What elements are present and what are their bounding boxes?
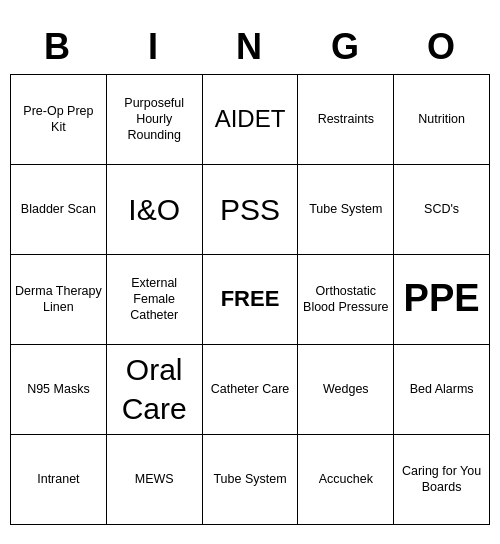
header-letter-O: O <box>394 20 490 74</box>
bingo-cell-16: Oral Care <box>107 345 203 435</box>
bingo-cell-1: Purposeful Hourly Rounding <box>107 75 203 165</box>
bingo-card: BINGO Pre-Op Prep KitPurposeful Hourly R… <box>10 20 490 525</box>
header-letter-N: N <box>202 20 298 74</box>
bingo-cell-11: External Female Catheter <box>107 255 203 345</box>
header-letter-B: B <box>10 20 106 74</box>
bingo-cell-18: Wedges <box>298 345 394 435</box>
bingo-cell-21: MEWS <box>107 435 203 525</box>
bingo-cell-5: Bladder Scan <box>11 165 107 255</box>
bingo-header: BINGO <box>10 20 490 74</box>
bingo-cell-0: Pre-Op Prep Kit <box>11 75 107 165</box>
bingo-cell-2: AIDET <box>203 75 299 165</box>
header-letter-G: G <box>298 20 394 74</box>
bingo-cell-17: Catheter Care <box>203 345 299 435</box>
bingo-cell-23: Accuchek <box>298 435 394 525</box>
bingo-cell-10: Derma Therapy Linen <box>11 255 107 345</box>
bingo-cell-6: I&O <box>107 165 203 255</box>
bingo-cell-12: FREE <box>203 255 299 345</box>
bingo-cell-13: Orthostatic Blood Pressure <box>298 255 394 345</box>
bingo-cell-8: Tube System <box>298 165 394 255</box>
bingo-cell-24: Caring for You Boards <box>394 435 490 525</box>
bingo-cell-14: PPE <box>394 255 490 345</box>
bingo-cell-4: Nutrition <box>394 75 490 165</box>
bingo-cell-20: Intranet <box>11 435 107 525</box>
bingo-cell-22: Tube System <box>203 435 299 525</box>
bingo-cell-7: PSS <box>203 165 299 255</box>
bingo-cell-15: N95 Masks <box>11 345 107 435</box>
bingo-cell-19: Bed Alarms <box>394 345 490 435</box>
bingo-cell-3: Restraints <box>298 75 394 165</box>
header-letter-I: I <box>106 20 202 74</box>
bingo-grid: Pre-Op Prep KitPurposeful Hourly Roundin… <box>10 74 490 525</box>
bingo-cell-9: SCD's <box>394 165 490 255</box>
